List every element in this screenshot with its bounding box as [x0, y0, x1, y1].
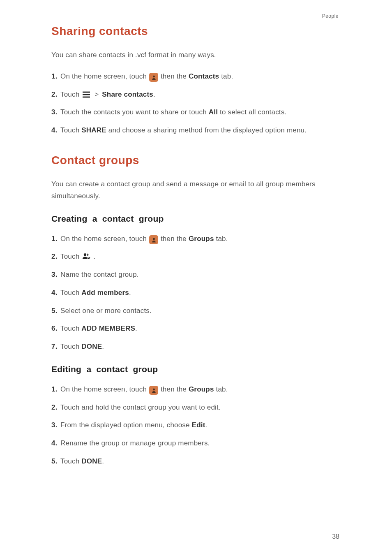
step-text: .: [129, 289, 131, 297]
step-item: Touch ADD MEMBERS.: [51, 322, 341, 335]
step-text: Touch: [60, 289, 81, 297]
step-text: to select all contacts.: [218, 108, 286, 116]
step-text: .: [93, 253, 95, 260]
step-item: On the home screen, touch then the Group…: [51, 383, 341, 396]
step-item: Select one or more contacts.: [51, 305, 341, 317]
step-text: Touch: [60, 457, 81, 465]
step-text: Rename the group or manage group members…: [60, 439, 210, 447]
subheading-creating-group: Creating a contact group: [51, 214, 341, 224]
intro-sharing-contacts: You can share contacts in .vcf format in…: [51, 49, 341, 61]
step-text: tab.: [219, 72, 233, 80]
contacts-app-icon: [149, 386, 158, 395]
steps-sharing-contacts: On the home screen, touch then the Conta…: [51, 70, 341, 137]
step-item: Name the contact group.: [51, 269, 341, 281]
step-item: Touch DONE.: [51, 341, 341, 353]
step-text: .: [205, 421, 208, 429]
subheading-editing-group: Editing a contact group: [51, 364, 341, 374]
step-text: Touch: [60, 343, 81, 350]
step-item: From the displayed option menu, choose E…: [51, 419, 341, 431]
step-text: From the displayed option menu, choose: [60, 421, 192, 429]
bold-text: Edit: [192, 421, 205, 429]
step-item: Touch Add members.: [51, 287, 341, 299]
step-item: Touch and hold the contact group you wan…: [51, 401, 341, 414]
bold-text: DONE: [81, 457, 102, 465]
page-number: 38: [332, 533, 339, 540]
steps-editing-group: On the home screen, touch then the Group…: [51, 383, 341, 468]
bold-text: DONE: [81, 343, 102, 350]
step-text: Touch and hold the contact group you wan…: [60, 403, 221, 411]
contacts-app-icon: [149, 235, 158, 244]
bold-text: ADD MEMBERS: [81, 324, 135, 332]
bold-text: Share contacts: [102, 90, 153, 98]
step-text: .: [102, 343, 104, 350]
bold-text: Groups: [189, 235, 214, 243]
step-item: On the home screen, touch then the Group…: [51, 233, 341, 245]
step-text: On the home screen, touch: [60, 385, 149, 393]
step-text: then the: [161, 385, 189, 393]
chevron-right-icon: >: [95, 90, 99, 98]
step-text: then the: [161, 72, 189, 80]
steps-creating-group: On the home screen, touch then the Group…: [51, 233, 341, 353]
add-group-icon: [82, 252, 91, 260]
step-text: Select one or more contacts.: [60, 307, 152, 315]
step-text: tab.: [214, 385, 228, 393]
step-text: and choose a sharing method from the dis…: [106, 126, 307, 134]
step-text: On the home screen, touch: [60, 72, 149, 80]
step-item: Touch > Share contacts.: [51, 88, 341, 101]
bold-text: All: [209, 108, 218, 116]
step-item: Touch DONE.: [51, 455, 341, 468]
step-text: Name the contact group.: [60, 271, 139, 278]
bold-text: Groups: [189, 385, 214, 393]
step-text: Touch: [60, 126, 81, 134]
step-item: Touch the contacts you want to share or …: [51, 106, 341, 118]
step-text: .: [102, 457, 104, 465]
intro-contact-groups: You can create a contact group and send …: [51, 178, 341, 202]
bold-text: Add members: [81, 289, 129, 297]
step-item: Touch .: [51, 250, 341, 263]
heading-contact-groups: Contact groups: [51, 154, 341, 167]
step-text: tab.: [214, 235, 228, 243]
step-text: Touch: [60, 90, 81, 98]
step-item: On the home screen, touch then the Conta…: [51, 70, 341, 83]
step-item: Rename the group or manage group members…: [51, 437, 341, 449]
step-text: Touch: [60, 324, 81, 332]
step-text: Touch the contacts you want to share or …: [60, 108, 209, 116]
step-text: Touch: [60, 253, 81, 260]
heading-sharing-contacts: Sharing contacts: [51, 25, 341, 38]
header-section-label: People: [322, 13, 339, 19]
step-text: .: [153, 90, 155, 98]
step-item: Touch SHARE and choose a sharing method …: [51, 124, 341, 137]
contacts-app-icon: [149, 73, 158, 82]
step-text: then the: [161, 235, 189, 243]
hamburger-menu-icon: [82, 91, 90, 98]
step-text: On the home screen, touch: [60, 235, 149, 243]
step-text: .: [135, 324, 137, 332]
bold-text: SHARE: [81, 126, 106, 134]
bold-text: Contacts: [189, 72, 219, 80]
